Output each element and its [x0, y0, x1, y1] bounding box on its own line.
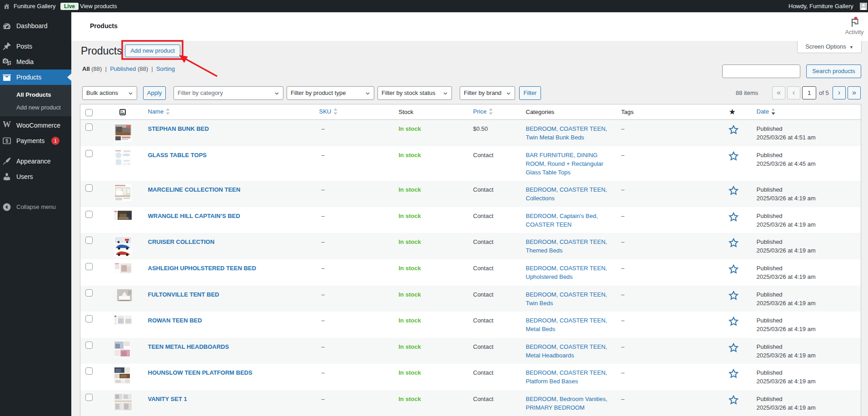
svg-text:W: W: [3, 120, 11, 129]
svg-text:$: $: [5, 138, 8, 144]
